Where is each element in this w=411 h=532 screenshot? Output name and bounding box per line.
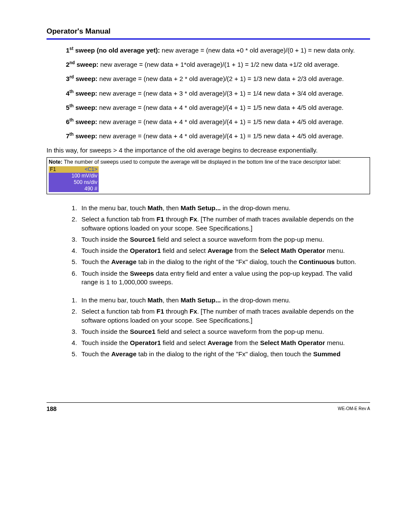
steps-continuous: In the menu bar, touch Math, then Math S… [66,204,370,286]
step-a4: Touch inside the Operator1 field and sel… [79,246,370,255]
steps-summed: In the menu bar, touch Math, then Math S… [66,296,370,359]
step-a6: Touch inside the Sweeps data entry field… [79,269,370,287]
step-b4: Touch inside the Operator1 field and sel… [79,339,370,347]
step-a5: Touch the Average tab in the dialog to t… [79,258,370,266]
sweep-6: 6th sweep: new average = (new data + 4 *… [66,117,370,126]
step-a3: Touch inside the Source1 field and selec… [79,235,370,244]
sweep-1: 1st sweep (no old average yet): new aver… [66,46,370,55]
sweep-4: 4th sweep: new average = (new data + 3 *… [66,89,370,98]
sweep-3: 3rd sweep: new average = (new data + 2 *… [66,74,370,83]
step-a2: Select a function tab from F1 through Fx… [79,215,370,233]
trace-line2: 500 ns/div [49,179,99,186]
page-title: Operator's Manual [47,27,370,37]
trace-head: F1 <C1> [49,166,99,173]
trace-f1: F1 [50,166,56,173]
sweep-5: 5th sweep: new average = (new data + 4 *… [66,103,370,112]
trace-descriptor-label: F1 <C1> 100 mV/div 500 ns/div 490 # [49,166,99,192]
note-box: Note: The number of sweeps used to compu… [47,157,370,194]
trace-line1: 100 mV/div [49,173,99,179]
step-b3: Touch inside the Source1 field and selec… [79,327,370,336]
trace-line3: 490 # [49,186,99,192]
page-number: 188 [47,405,56,413]
sweep-7: 7th sweep: new average = (new data + 4 *… [66,131,370,140]
footer-rule [47,402,370,403]
sweeps-section: 1st sweep (no old average yet): new aver… [47,46,370,141]
trace-c1: <C1> [85,166,97,173]
intro-body: In this way, for sweeps > 4 the importan… [47,146,370,155]
step-b2: Select a function tab from F1 through Fx… [79,307,370,325]
sweep-2: 2nd sweep: new average = (new data + 1*o… [66,60,370,69]
note-text: Note: The number of sweeps used to compu… [49,159,368,165]
step-b5: Touch the Average tab in the dialog to t… [79,350,370,358]
doc-revision: WE-OM-E Rev A [338,406,370,412]
step-a1: In the menu bar, touch Math, then Math S… [79,204,370,212]
header-rule [47,38,370,40]
step-b1: In the menu bar, touch Math, then Math S… [79,296,370,305]
